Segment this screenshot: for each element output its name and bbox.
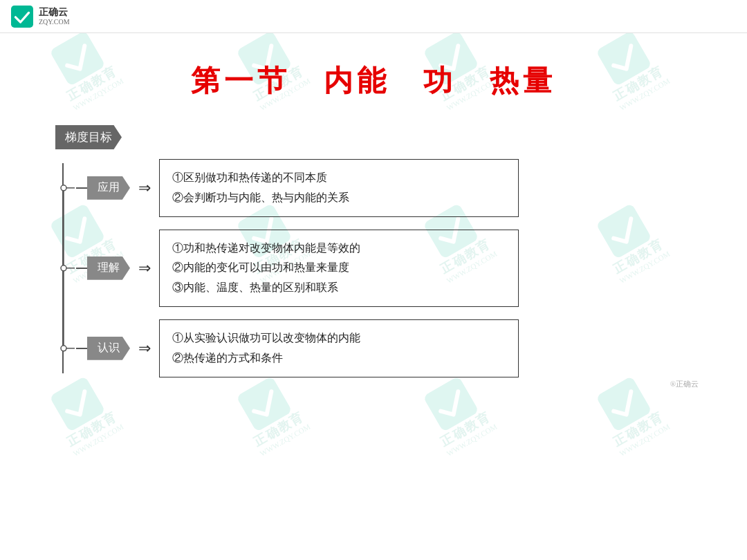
main-content: 第一节 内能 功 热量 梯度目标	[0, 33, 747, 560]
gradient-section: 梯度目标	[55, 125, 706, 377]
logo-sub: ZQY.COM	[39, 18, 70, 26]
level-label-认识: 认识	[87, 337, 130, 360]
content-box-0: ①区别做功和热传递的不同本质②会判断功与内能、热与内能的关系	[159, 159, 519, 217]
arrow-0: ⇒	[138, 179, 151, 197]
logo-text: 正确云	[39, 7, 70, 17]
logo-icon	[11, 6, 33, 28]
level-label-理解: 理解	[87, 256, 130, 280]
arrow-1: ⇒	[138, 259, 151, 277]
arrow-2: ⇒	[138, 339, 151, 357]
content-box-2: ①从实验认识做功可以改变物体的内能②热传递的方式和条件	[159, 319, 519, 377]
gradient-label: 梯度目标	[55, 125, 122, 149]
slide-title: 第一节 内能 功 热量	[42, 62, 706, 100]
level-row-0: 应用⇒①区别做功和热传递的不同本质②会判断功与内能、热与内能的关系	[76, 159, 519, 217]
level-row-1: 理解⇒①功和热传递对改变物体内能是等效的②内能的变化可以由功和热量来量度③内能、…	[76, 230, 519, 307]
level-row-2: 认识⇒①从实验认识做功可以改变物体的内能②热传递的方式和条件	[76, 319, 519, 377]
copyright: ®正确云	[42, 379, 706, 389]
level-label-应用: 应用	[87, 176, 130, 200]
content-box-1: ①功和热传递对改变物体内能是等效的②内能的变化可以由功和热量来量度③内能、温度、…	[159, 230, 519, 307]
svg-rect-0	[11, 6, 33, 28]
slide: 第一节 内能 功 热量 梯度目标	[42, 62, 706, 532]
header: 正确云 ZQY.COM	[0, 0, 747, 33]
logo-area: 正确云 ZQY.COM	[11, 6, 70, 28]
